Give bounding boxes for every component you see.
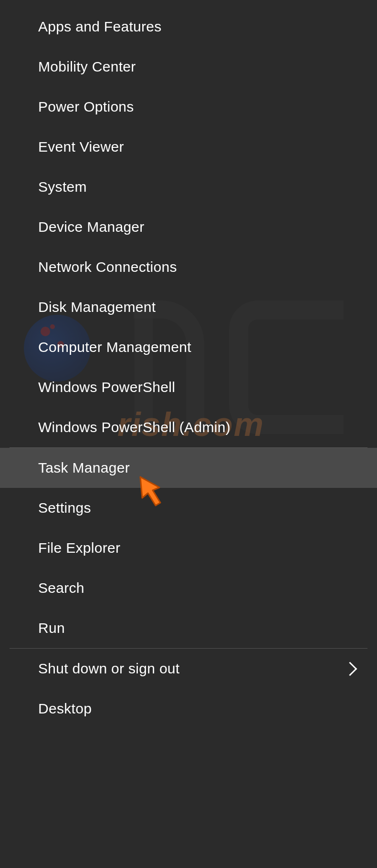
- menu-item-desktop[interactable]: Desktop: [0, 689, 377, 729]
- menu-item-device-manager[interactable]: Device Manager: [0, 207, 377, 247]
- menu-item-network-connections[interactable]: Network Connections: [0, 247, 377, 287]
- menu-item-power-options[interactable]: Power Options: [0, 87, 377, 127]
- menu-item-system[interactable]: System: [0, 167, 377, 207]
- menu-item-mobility-center[interactable]: Mobility Center: [0, 47, 377, 87]
- menu-item-label: System: [38, 179, 87, 195]
- menu-item-label: Windows PowerShell (Admin): [38, 419, 230, 435]
- menu-item-label: Computer Management: [38, 339, 191, 355]
- menu-item-label: Mobility Center: [38, 59, 136, 75]
- menu-item-shut-down-or-sign-out[interactable]: Shut down or sign out: [0, 649, 377, 689]
- menu-item-computer-management[interactable]: Computer Management: [0, 327, 377, 367]
- menu-item-task-manager[interactable]: Task Manager: [0, 448, 377, 488]
- menu-item-label: File Explorer: [38, 540, 120, 556]
- menu-item-windows-powershell[interactable]: Windows PowerShell: [0, 367, 377, 407]
- menu-item-label: Network Connections: [38, 259, 177, 275]
- chevron-right-icon: [343, 661, 357, 676]
- menu-item-label: Apps and Features: [38, 19, 162, 35]
- menu-item-label: Device Manager: [38, 219, 145, 235]
- menu-item-label: Run: [38, 620, 65, 636]
- menu-item-label: Desktop: [38, 701, 92, 717]
- menu-item-label: Disk Management: [38, 299, 156, 315]
- menu-item-settings[interactable]: Settings: [0, 488, 377, 528]
- menu-item-windows-powershell-admin[interactable]: Windows PowerShell (Admin): [0, 407, 377, 447]
- menu-item-label: Shut down or sign out: [38, 661, 180, 677]
- menu-item-event-viewer[interactable]: Event Viewer: [0, 127, 377, 167]
- menu-item-label: Windows PowerShell: [38, 379, 175, 395]
- menu-item-run[interactable]: Run: [0, 608, 377, 648]
- winx-context-menu: Apps and FeaturesMobility CenterPower Op…: [0, 0, 377, 868]
- menu-item-apps-and-features[interactable]: Apps and Features: [0, 7, 377, 47]
- menu-item-file-explorer[interactable]: File Explorer: [0, 528, 377, 568]
- menu-item-label: Settings: [38, 500, 91, 516]
- menu-item-search[interactable]: Search: [0, 568, 377, 608]
- menu-item-label: Task Manager: [38, 460, 130, 476]
- menu-item-label: Search: [38, 580, 84, 596]
- menu-item-label: Power Options: [38, 99, 134, 115]
- menu-item-disk-management[interactable]: Disk Management: [0, 287, 377, 327]
- menu-item-label: Event Viewer: [38, 139, 124, 155]
